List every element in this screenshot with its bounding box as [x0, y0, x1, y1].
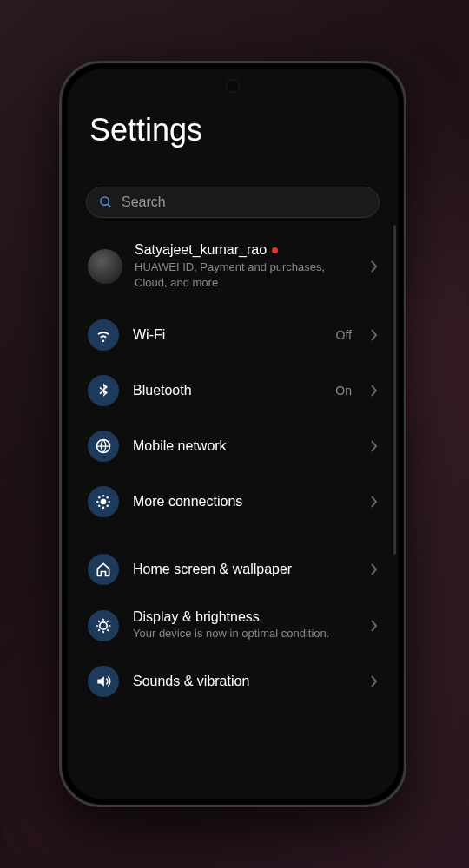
svg-line-1	[108, 204, 110, 207]
chevron-right-icon	[371, 329, 378, 341]
phone-side-button	[406, 306, 406, 385]
settings-item-home-screen[interactable]: Home screen & wallpaper	[86, 542, 380, 597]
svg-point-3	[101, 499, 107, 505]
svg-point-4	[102, 495, 105, 497]
page-title: Settings	[89, 112, 380, 148]
settings-list: Wi-Fi Off Bluetooth On Mobile network	[86, 307, 380, 709]
svg-point-0	[101, 197, 109, 205]
settings-item-mobile-network[interactable]: Mobile network	[86, 418, 380, 474]
item-value: Off	[336, 328, 352, 342]
chevron-right-icon	[371, 440, 378, 452]
chevron-right-icon	[371, 385, 378, 397]
search-icon	[99, 195, 113, 209]
search-placeholder: Search	[122, 194, 166, 210]
svg-point-11	[107, 505, 109, 508]
chevron-right-icon	[371, 563, 378, 575]
svg-point-12	[100, 621, 107, 628]
item-label: Mobile network	[133, 438, 357, 454]
item-value: On	[335, 384, 352, 398]
chevron-right-icon	[371, 496, 378, 508]
chevron-right-icon	[371, 675, 378, 687]
svg-point-10	[98, 505, 101, 508]
avatar	[88, 249, 122, 284]
sounds-icon	[88, 666, 119, 697]
home-screen-icon	[88, 554, 119, 585]
item-label: Wi-Fi	[133, 327, 322, 343]
svg-point-8	[98, 496, 101, 499]
account-name: Satyajeet_kumar_rao	[135, 242, 267, 258]
svg-point-6	[96, 501, 99, 503]
item-label: Sounds & vibration	[133, 674, 357, 689]
settings-item-display[interactable]: Display & brightness Your device is now …	[86, 597, 380, 654]
scrollbar[interactable]	[393, 225, 396, 555]
account-row[interactable]: Satyajeet_kumar_rao HUAWEI ID, Payment a…	[86, 237, 380, 307]
phone-frame: Settings Search Satyajeet_kumar_rao HUAW…	[59, 61, 406, 807]
more-connections-icon	[88, 486, 119, 517]
bluetooth-icon	[88, 375, 119, 406]
item-label: Bluetooth	[133, 383, 321, 398]
settings-item-wifi[interactable]: Wi-Fi Off	[86, 307, 380, 363]
screen: Settings Search Satyajeet_kumar_rao HUAW…	[67, 69, 399, 799]
notification-dot	[272, 247, 278, 253]
svg-point-7	[108, 501, 110, 503]
item-label: Display & brightness	[133, 609, 357, 625]
search-input[interactable]: Search	[86, 187, 380, 218]
mobile-network-icon	[88, 431, 119, 462]
chevron-right-icon	[371, 620, 378, 632]
account-subtitle: HUAWEI ID, Payment and purchases, Cloud,…	[135, 260, 359, 290]
settings-item-more-connections[interactable]: More connections	[86, 474, 380, 529]
display-icon	[88, 610, 119, 641]
item-label: More connections	[133, 494, 357, 510]
settings-item-sounds[interactable]: Sounds & vibration	[86, 654, 380, 709]
svg-point-5	[102, 507, 105, 510]
item-subtitle: Your device is now in optimal condition.	[133, 627, 357, 641]
settings-item-bluetooth[interactable]: Bluetooth On	[86, 363, 380, 418]
svg-point-9	[107, 496, 109, 499]
account-text: Satyajeet_kumar_rao HUAWEI ID, Payment a…	[135, 242, 359, 290]
wifi-icon	[88, 319, 119, 351]
item-label: Home screen & wallpaper	[133, 562, 357, 577]
chevron-right-icon	[371, 260, 378, 273]
